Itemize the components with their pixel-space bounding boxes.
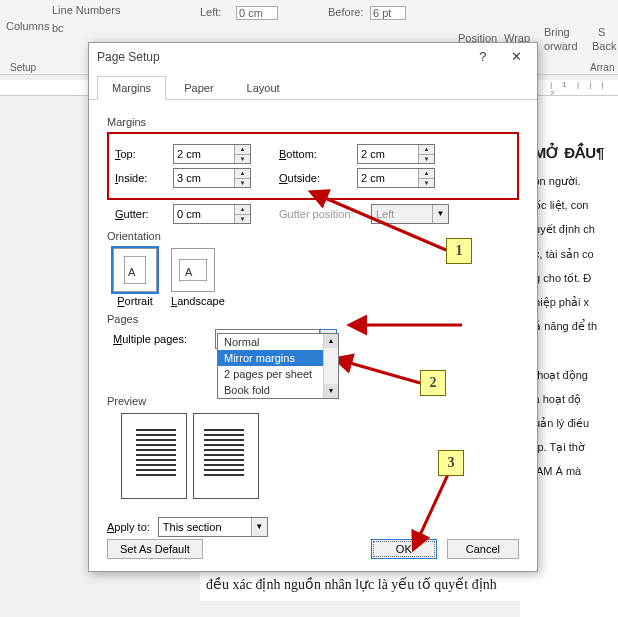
combo-apply-to[interactable]: ▼ <box>158 517 268 537</box>
lbl-bottom: Bottom: <box>279 148 357 160</box>
doc-line: NAM Á mà <box>528 459 610 483</box>
tab-margins[interactable]: Margins <box>97 76 166 100</box>
margins-highlight-box: Top: ▲▼ Bottom: ▲▼ Inside: ▲▼ Outside: ▲… <box>107 132 519 200</box>
input-top[interactable] <box>174 145 234 163</box>
doc-line: ghiệp phải x <box>528 290 610 314</box>
page-setup-dialog: Page Setup ? ✕ Margins Paper Layout Marg… <box>88 42 538 572</box>
help-button[interactable]: ? <box>468 43 498 71</box>
orientation-portrait[interactable]: A Portrait <box>113 248 157 307</box>
section-orientation: Orientation <box>107 230 519 242</box>
ribbon-forward: orward <box>544 40 578 52</box>
tab-paper[interactable]: Paper <box>169 76 228 100</box>
spin-up-icon[interactable]: ▲ <box>419 169 434 178</box>
doc-line: quản lý điều <box>528 411 610 435</box>
doc-title: MỞ ĐẦU¶ <box>528 136 610 169</box>
spin-bottom[interactable]: ▲▼ <box>357 144 435 164</box>
spin-down-icon[interactable]: ▼ <box>419 154 434 164</box>
doc-line: quyết định ch <box>528 217 610 241</box>
dialog-title: Page Setup <box>97 50 160 64</box>
dropdown-scrollbar[interactable]: ▴ ▾ <box>323 334 338 398</box>
preview <box>121 413 519 499</box>
preview-page-right <box>193 413 259 499</box>
doc-line: iệp. Tại thờ <box>528 435 610 459</box>
ribbon-back: Back <box>592 40 616 52</box>
spin-up-icon[interactable]: ▲ <box>235 205 250 214</box>
spin-up-icon[interactable]: ▲ <box>235 169 250 178</box>
doc-line: con người. <box>528 169 610 193</box>
ribbon-indent-left-val[interactable]: 0 cm <box>236 6 278 20</box>
doc-line: n hoạt động <box>528 363 610 387</box>
spin-up-icon[interactable]: ▲ <box>419 145 434 154</box>
doc-line: hả năng để th <box>528 314 610 338</box>
ribbon-spacing-before-val[interactable]: 6 pt <box>370 6 406 20</box>
multiple-pages-dropdown: NormalMirror margins2 pages per sheetBoo… <box>217 333 339 399</box>
ribbon-line-numbers[interactable]: Line Numbers <box>52 4 120 16</box>
scroll-down-icon[interactable]: ▾ <box>324 384 338 398</box>
ribbon-group-setup: Setup <box>10 62 36 73</box>
ribbon-hyphenation[interactable]: bc <box>52 22 64 34</box>
lbl-top: Top: <box>115 148 173 160</box>
input-inside[interactable] <box>174 169 234 187</box>
svg-text:A: A <box>128 266 136 278</box>
doc-line: và hoạt độ <box>528 387 610 411</box>
ok-button[interactable]: OK <box>371 539 437 559</box>
doc-line: ng cho tốt. Đ <box>528 266 610 290</box>
doc-line: ác, tài sản co <box>528 242 610 266</box>
input-bottom[interactable] <box>358 145 418 163</box>
orientation-landscape[interactable]: A Landscape <box>171 248 225 307</box>
spin-up-icon[interactable]: ▲ <box>235 145 250 154</box>
ribbon-send[interactable]: S <box>598 26 605 38</box>
spin-down-icon[interactable]: ▼ <box>235 214 250 224</box>
dropdown-option[interactable]: Mirror margins <box>218 350 323 366</box>
lbl-gutter: Gutter: <box>115 208 173 220</box>
spin-gutter[interactable]: ▲▼ <box>173 204 251 224</box>
combo-apply-to-value[interactable] <box>159 518 251 536</box>
preview-page-left <box>121 413 187 499</box>
ribbon-indent-left-lbl: Left: <box>200 6 221 18</box>
lbl-inside: Inside: <box>115 172 173 184</box>
spin-top[interactable]: ▲▼ <box>173 144 251 164</box>
ribbon-group-arrange: Arran <box>590 62 614 73</box>
tab-layout[interactable]: Layout <box>232 76 295 100</box>
portrait-icon: A <box>124 256 146 284</box>
landscape-icon: A <box>179 259 207 281</box>
lbl-multiple-pages: Multiple pages: <box>113 333 215 345</box>
lbl-outside: Outside: <box>279 172 357 184</box>
doc-line: hốc liệt, con <box>528 193 610 217</box>
ribbon-spacing-before-lbl: Before: <box>328 6 363 18</box>
chevron-down-icon: ▼ <box>432 205 448 223</box>
spin-outside[interactable]: ▲▼ <box>357 168 435 188</box>
spin-inside[interactable]: ▲▼ <box>173 168 251 188</box>
spin-down-icon[interactable]: ▼ <box>235 154 250 164</box>
input-gutter[interactable] <box>174 205 234 223</box>
svg-text:A: A <box>185 266 193 278</box>
svg-rect-2 <box>179 259 207 281</box>
spin-down-icon[interactable]: ▼ <box>235 178 250 188</box>
section-pages: Pages <box>107 313 519 325</box>
ribbon-bring[interactable]: Bring <box>544 26 570 38</box>
lbl-apply-to: Apply to: <box>107 521 150 533</box>
tab-strip: Margins Paper Layout <box>89 75 537 100</box>
input-outside[interactable] <box>358 169 418 187</box>
lbl-gutter-pos: Gutter position: <box>279 208 371 220</box>
doc-lastline: đều xác định nguồn nhân lực là yếu tố qu… <box>200 570 618 601</box>
dropdown-option[interactable]: 2 pages per sheet <box>218 366 323 382</box>
set-default-button[interactable]: Set As Default <box>107 539 203 559</box>
dropdown-option[interactable]: Book fold <box>218 382 323 398</box>
section-margins: Margins <box>107 116 519 128</box>
scroll-up-icon[interactable]: ▴ <box>324 334 338 348</box>
combo-gutter-pos <box>372 205 432 223</box>
ribbon-columns[interactable]: Columns <box>6 20 49 32</box>
close-button[interactable]: ✕ <box>501 43 531 71</box>
cancel-button[interactable]: Cancel <box>447 539 519 559</box>
spin-down-icon[interactable]: ▼ <box>419 178 434 188</box>
doc-line <box>528 338 610 362</box>
titlebar: Page Setup ? ✕ <box>89 43 537 71</box>
dropdown-option[interactable]: Normal <box>218 334 323 350</box>
chevron-down-icon[interactable]: ▼ <box>251 518 267 536</box>
